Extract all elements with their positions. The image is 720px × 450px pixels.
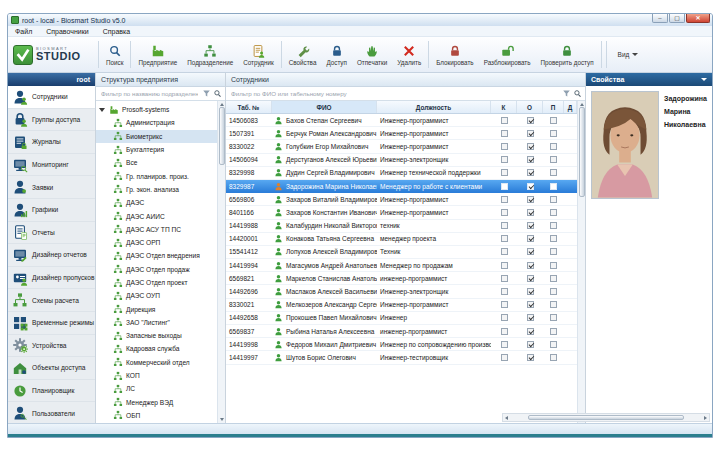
employees-scroll-thumb[interactable] — [579, 107, 585, 197]
checkbox[interactable] — [501, 288, 508, 295]
column-header-0[interactable]: Таб. № — [226, 101, 272, 113]
toolbar-button-search[interactable]: Поиск — [101, 37, 128, 72]
checkbox[interactable] — [501, 262, 508, 269]
menu-item-0[interactable]: Файл — [8, 28, 39, 35]
column-header-1[interactable]: ФИО — [272, 101, 377, 113]
tree-node[interactable]: ДАЭС Отдел продаж — [96, 263, 217, 276]
checkbox[interactable] — [527, 209, 534, 216]
checkbox[interactable] — [527, 328, 534, 335]
tree-node[interactable]: Все — [96, 156, 217, 169]
checkbox[interactable] — [527, 301, 534, 308]
sidebar-item-report-designer[interactable]: Дизайнер отчетов — [8, 244, 95, 267]
tree-node[interactable]: ДАЭС — [96, 196, 217, 209]
close-button[interactable]: ✕ — [686, 14, 710, 23]
tree-node[interactable]: Гр. планиров. произ. — [96, 169, 217, 182]
table-row[interactable]: 14419988Калабурдин Николай Викторовичтех… — [226, 220, 577, 233]
toolbar-button-lock[interactable]: Блокировать — [431, 37, 478, 72]
sidebar-item-devices[interactable]: Устройства — [8, 335, 95, 358]
checkbox[interactable] — [550, 143, 557, 150]
column-header-4[interactable]: О — [517, 101, 543, 113]
checkbox[interactable] — [550, 156, 557, 163]
checkbox[interactable] — [501, 117, 508, 124]
tree-node[interactable]: ДАЭС ОРП — [96, 236, 217, 249]
sidebar-item-employees[interactable]: Сотрудники — [8, 86, 95, 109]
toolbar-button-delete[interactable]: Удалить — [392, 37, 426, 72]
scroll-up-icon[interactable] — [580, 103, 584, 106]
scroll-up-icon[interactable] — [220, 103, 224, 106]
checkbox[interactable] — [550, 354, 557, 361]
tree-node[interactable]: ДАЭС Отдел внедрения — [96, 249, 217, 262]
sidebar-item-requests[interactable]: Заявки — [8, 176, 95, 199]
sidebar-item-access-objects[interactable]: Объекты доступа — [8, 357, 95, 380]
checkbox[interactable] — [527, 169, 534, 176]
toolbar-button-access[interactable]: Доступ — [321, 37, 352, 72]
table-row[interactable]: 8330021Мелкозеров Александр СергеевичИнж… — [226, 299, 577, 312]
tree-node[interactable]: Коммерческий отдел — [96, 356, 217, 369]
table-row[interactable]: 1507391Берчук Роман АлександровичИнженер… — [226, 127, 577, 140]
checkbox[interactable] — [550, 117, 557, 124]
checkbox[interactable] — [501, 314, 508, 321]
column-header-2[interactable]: Должность — [377, 101, 491, 113]
checkbox[interactable] — [501, 301, 508, 308]
checkbox[interactable] — [527, 275, 534, 282]
checkbox[interactable] — [527, 341, 534, 348]
tree-node[interactable]: ЗАО "Листинг" — [96, 316, 217, 329]
sidebar-item-reports[interactable]: Отчеты — [8, 222, 95, 245]
sidebar-item-access-groups[interactable]: Группы доступа — [8, 109, 95, 132]
checkbox[interactable] — [527, 288, 534, 295]
toolbar-button-department[interactable]: Подразделение — [182, 37, 238, 72]
table-row[interactable]: 8330022Голубкин Егор МихайловичИнженер-п… — [226, 140, 577, 153]
search-icon[interactable] — [573, 89, 582, 98]
toolbar-button-fingerprints[interactable]: Отпечатки — [352, 37, 392, 72]
checkbox[interactable] — [527, 354, 534, 361]
table-row[interactable]: 8401166Захаров Константин ИвановичИнжене… — [226, 206, 577, 219]
column-header-6[interactable]: Д — [564, 101, 577, 113]
checkbox[interactable] — [501, 156, 508, 163]
checkbox[interactable] — [501, 222, 508, 229]
table-row[interactable]: 6569837Рыбина Наталья Алексеевнаинженер-… — [226, 325, 577, 338]
checkbox[interactable] — [527, 183, 534, 190]
horizontal-scroll-thumb[interactable] — [528, 415, 684, 420]
table-row[interactable]: 14419994Магасумов Андрей АнатольевичМене… — [226, 259, 577, 272]
checkbox[interactable] — [527, 262, 534, 269]
checkbox[interactable] — [550, 248, 557, 255]
table-row[interactable]: 14506094Дерстуганов Алексей ЮрьевичИнжен… — [226, 154, 577, 167]
sidebar-item-journals[interactable]: Журналы — [8, 131, 95, 154]
checkbox[interactable] — [550, 314, 557, 321]
sidebar-item-time-modes[interactable]: Временные режимы — [8, 312, 95, 335]
checkbox[interactable] — [527, 117, 534, 124]
table-row[interactable]: 14506083Бахов Степан СергеевичИнженер-пр… — [226, 114, 577, 127]
checkbox[interactable] — [501, 130, 508, 137]
toolbar-button-enterprise[interactable]: Предприятие — [133, 37, 182, 72]
sidebar-item-schedules[interactable]: Графики — [8, 199, 95, 222]
menu-item-2[interactable]: Справка — [96, 28, 137, 35]
checkbox[interactable] — [550, 130, 557, 137]
sidebar-item-badge-designer[interactable]: Дизайнер пропусков — [8, 267, 95, 290]
checkbox[interactable] — [501, 169, 508, 176]
chevron-down-icon[interactable] — [701, 78, 707, 81]
table-row[interactable]: 14419998Федоров Михаил ДмитриевичИнженер… — [226, 338, 577, 351]
toolbar-button-employee[interactable]: Сотрудник — [238, 37, 279, 72]
checkbox[interactable] — [501, 196, 508, 203]
table-row[interactable]: 6569806Захаров Виталий ВладимировичИнжен… — [226, 193, 577, 206]
tree-node[interactable]: Запасные выходы — [96, 329, 217, 342]
tree-node[interactable]: Менеджер ВЭД — [96, 396, 217, 409]
checkbox[interactable] — [527, 196, 534, 203]
checkbox[interactable] — [550, 288, 557, 295]
tree-node[interactable]: ДАЭС АСУ ТП ПС — [96, 223, 217, 236]
tree-node[interactable]: ДАЭС Отдел проект — [96, 276, 217, 289]
checkbox[interactable] — [550, 209, 557, 216]
checkbox[interactable] — [501, 235, 508, 242]
checkbox[interactable] — [527, 248, 534, 255]
tree-node[interactable]: Кадровая служба — [96, 342, 217, 355]
table-row[interactable]: 14420001Конакова Татьяна Сергеевнаменедж… — [226, 233, 577, 246]
checkbox[interactable] — [501, 248, 508, 255]
checkbox[interactable] — [550, 301, 557, 308]
tree-node[interactable]: Бухгалтерия — [96, 143, 217, 156]
checkbox[interactable] — [501, 275, 508, 282]
checkbox[interactable] — [550, 275, 557, 282]
checkbox[interactable] — [550, 328, 557, 335]
checkbox[interactable] — [527, 143, 534, 150]
checkbox[interactable] — [550, 196, 557, 203]
checkbox[interactable] — [527, 235, 534, 242]
